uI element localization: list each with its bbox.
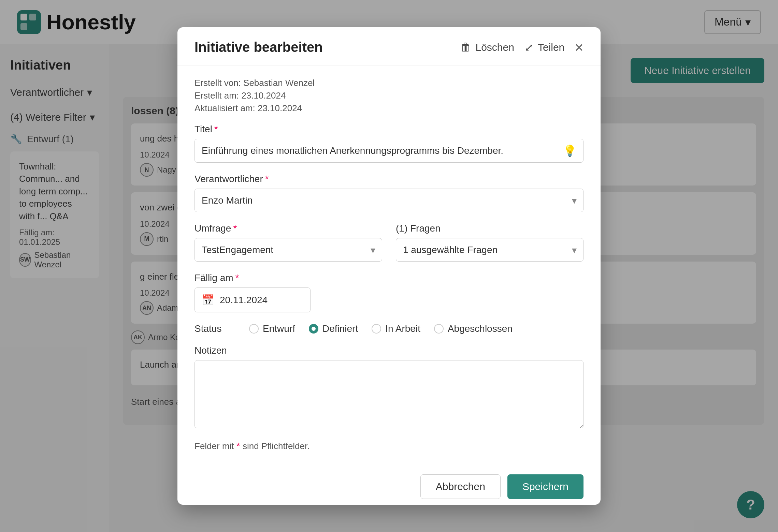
required-star: *	[235, 272, 239, 283]
owner-form-group: Verantwortlicher * Enzo Martin Sebastian…	[194, 174, 584, 212]
notes-label: Notizen	[194, 345, 584, 356]
modal-header: Initiative bearbeiten 🗑 Löschen ⤢ Teilen…	[177, 27, 601, 65]
entwurf-option: Entwurf	[263, 323, 295, 334]
in-arbeit-option: In Arbeit	[385, 323, 420, 334]
definiert-option: Definiert	[322, 323, 358, 334]
modal-footer: Abbrechen Speichern	[177, 464, 601, 505]
survey-form-group: Umfrage * TestEngagement ▾	[194, 223, 382, 262]
due-date-label: Fällig am *	[194, 272, 584, 283]
title-form-group: Titel * 💡	[194, 124, 584, 163]
radio-group: Entwurf Definiert In Arbeit Abgeschlosse…	[249, 323, 513, 334]
owner-select-wrapper: Enzo Martin Sebastian Wenzel Adam Nagy ▾	[194, 189, 584, 212]
notes-form-group: Notizen	[194, 345, 584, 430]
survey-label: Umfrage *	[194, 223, 382, 234]
status-in-arbeit[interactable]: In Arbeit	[372, 323, 420, 334]
required-star: *	[214, 124, 218, 135]
owner-select[interactable]: Enzo Martin Sebastian Wenzel Adam Nagy	[194, 189, 584, 212]
questions-label: (1) Fragen	[396, 223, 584, 234]
due-date-input[interactable]	[220, 295, 303, 306]
status-entwurf[interactable]: Entwurf	[249, 323, 295, 334]
cancel-button[interactable]: Abbrechen	[420, 474, 501, 499]
calendar-icon: 📅	[202, 294, 214, 306]
owner-label: Verantwortlicher *	[194, 174, 584, 184]
updated-at: Aktualisiert am: 23.10.2024	[194, 103, 584, 114]
title-input-wrapper: 💡	[194, 139, 584, 163]
radio-in-arbeit	[372, 324, 381, 334]
abgeschlossen-option: Abgeschlossen	[448, 323, 513, 334]
radio-definiert	[309, 324, 318, 334]
status-label: Status	[194, 323, 235, 334]
bulb-icon: 💡	[563, 144, 577, 157]
share-label: Teilen	[538, 42, 564, 53]
required-star: *	[233, 223, 237, 234]
questions-select-wrapper: 1 ausgewählte Fragen ▾	[396, 238, 584, 262]
notes-textarea[interactable]	[194, 360, 584, 428]
close-button[interactable]: ×	[575, 40, 584, 55]
radio-abgeschlossen	[434, 324, 444, 334]
status-definiert[interactable]: Definiert	[309, 323, 358, 334]
required-star: *	[265, 174, 269, 184]
share-icon: ⤢	[524, 41, 534, 54]
modal-body: Erstellt von: Sebastian Wenzel Erstellt …	[177, 65, 601, 464]
survey-select[interactable]: TestEngagement	[194, 238, 382, 262]
meta-info: Erstellt von: Sebastian Wenzel Erstellt …	[194, 78, 584, 114]
status-abgeschlossen[interactable]: Abgeschlossen	[434, 323, 513, 334]
save-button[interactable]: Speichern	[507, 474, 584, 499]
questions-select[interactable]: 1 ausgewählte Fragen	[396, 238, 584, 262]
questions-form-group: (1) Fragen 1 ausgewählte Fragen ▾	[396, 223, 584, 262]
radio-entwurf	[249, 324, 259, 334]
created-by: Erstellt von: Sebastian Wenzel	[194, 78, 584, 88]
trash-icon: 🗑	[460, 41, 471, 54]
modal-actions: 🗑 Löschen ⤢ Teilen ×	[460, 40, 584, 55]
date-input-wrapper: 📅	[194, 287, 311, 312]
survey-select-wrapper: TestEngagement ▾	[194, 238, 382, 262]
status-row: Status Entwurf Definiert In Arbeit Abges…	[194, 323, 584, 334]
survey-questions-row: Umfrage * TestEngagement ▾ (1) Fragen 1 …	[194, 223, 584, 272]
required-note: Felder mit * sind Pflichtfelder.	[194, 441, 584, 452]
delete-button[interactable]: 🗑 Löschen	[460, 41, 514, 54]
modal-title: Initiative bearbeiten	[194, 40, 323, 55]
share-button[interactable]: ⤢ Teilen	[524, 41, 564, 54]
required-note-star: *	[236, 441, 240, 451]
title-input[interactable]	[194, 139, 584, 163]
delete-label: Löschen	[475, 42, 514, 53]
created-at: Erstellt am: 23.10.2024	[194, 90, 584, 101]
due-date-form-group: Fällig am * 📅	[194, 272, 584, 312]
edit-initiative-modal: Initiative bearbeiten 🗑 Löschen ⤢ Teilen…	[177, 27, 601, 505]
title-label: Titel *	[194, 124, 584, 135]
